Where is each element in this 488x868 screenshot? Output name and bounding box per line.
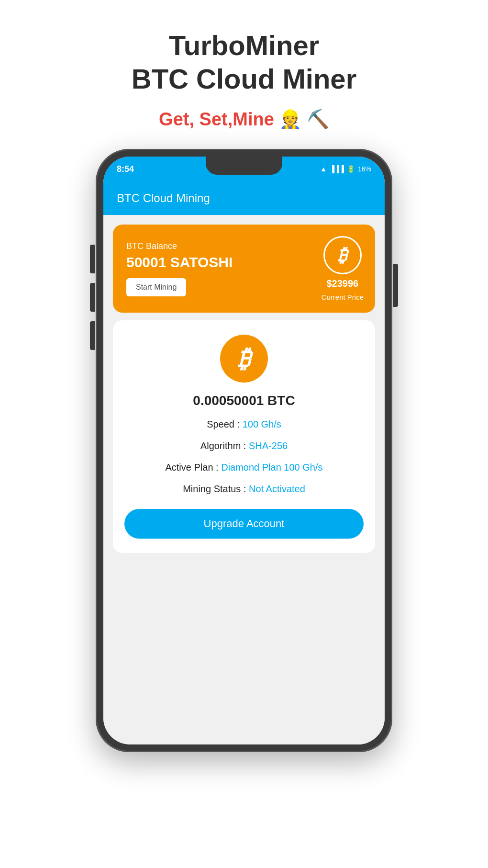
active-plan-row: Active Plan : Diamond Plan 100 Gh/s: [165, 462, 322, 473]
app-title: TurboMiner BTC Cloud Miner: [132, 29, 356, 95]
app-header: BTC Cloud Mining: [103, 181, 385, 215]
mining-card: ₿ 0.00050001 BTC Speed : 100 Gh/s Algori…: [113, 320, 375, 553]
algorithm-row: Algorithm : SHA-256: [200, 440, 288, 451]
phone-notch: [206, 157, 282, 175]
battery-percent: 16%: [358, 165, 371, 173]
algorithm-label: Algorithm :: [200, 440, 249, 451]
btc-price-label: Current Price: [322, 293, 364, 301]
app-header-title: BTC Cloud Mining: [117, 192, 210, 205]
btc-price: $23996: [326, 278, 358, 289]
balance-label: BTC Balance: [126, 241, 233, 251]
btc-amount: 0.00050001 BTC: [193, 393, 295, 408]
upgrade-account-button[interactable]: Upgrade Account: [124, 509, 364, 539]
balance-right: ₿ $23996 Current Price: [322, 236, 364, 301]
active-plan-label: Active Plan :: [165, 462, 221, 473]
signal-icon: ▐▐▐: [330, 165, 344, 173]
mining-status-row: Mining Status : Not Activated: [183, 484, 305, 495]
phone-shell: 8:54 ▲ ▐▐▐ 🔋 16% BTC Cloud Mining BTC Ba…: [96, 149, 392, 752]
btc-symbol-orange: ₿: [238, 344, 250, 373]
speed-label: Speed :: [207, 419, 243, 429]
app-content: BTC Balance 50001 SATOSHI Start Mining ₿…: [103, 215, 385, 744]
start-mining-button[interactable]: Start Mining: [126, 278, 186, 296]
battery-icon: 🔋: [347, 165, 355, 173]
balance-amount: 50001 SATOSHI: [126, 254, 233, 271]
balance-left: BTC Balance 50001 SATOSHI Start Mining: [126, 241, 233, 296]
tagline: Get, Set,Mine 👷 ⛏️: [159, 109, 329, 130]
balance-card: BTC Balance 50001 SATOSHI Start Mining ₿…: [113, 225, 375, 313]
mining-status-label: Mining Status :: [183, 484, 249, 494]
algorithm-value: SHA-256: [249, 440, 288, 451]
speed-row: Speed : 100 Gh/s: [207, 419, 281, 430]
phone-screen: 8:54 ▲ ▐▐▐ 🔋 16% BTC Cloud Mining BTC Ba…: [103, 157, 385, 744]
btc-symbol-outline: ₿: [338, 245, 347, 266]
btc-circle-outline: ₿: [323, 236, 362, 274]
mining-status-value: Not Activated: [249, 484, 305, 494]
speed-value: 100 Gh/s: [243, 419, 281, 429]
tagline-text: Get, Set,Mine 👷 ⛏️: [159, 109, 329, 129]
wifi-icon: ▲: [320, 165, 327, 173]
phone-mockup: 8:54 ▲ ▐▐▐ 🔋 16% BTC Cloud Mining BTC Ba…: [96, 149, 392, 752]
btc-circle-orange: ₿: [220, 335, 268, 383]
status-icons: ▲ ▐▐▐ 🔋 16%: [320, 165, 371, 173]
active-plan-value: Diamond Plan 100 Gh/s: [221, 462, 322, 473]
status-time: 8:54: [117, 164, 134, 174]
